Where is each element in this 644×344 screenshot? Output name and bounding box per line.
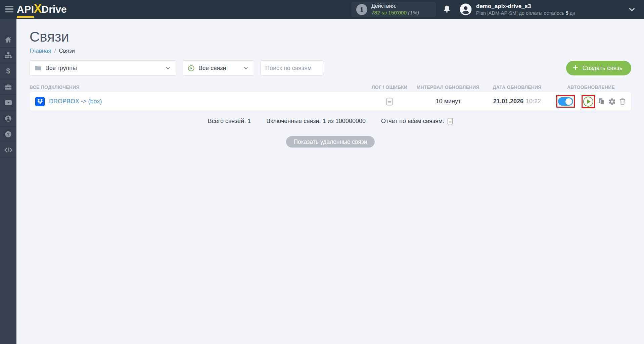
connection-link[interactable]: DROPBOX -> (box) bbox=[49, 98, 102, 105]
column-header-interval: ИНТЕРВАЛ ОБНОВЛЕНИЯ bbox=[413, 84, 484, 90]
connections-icon bbox=[4, 52, 12, 59]
table-row: DROPBOX -> (box) 10 минут 21.01.2026 10:… bbox=[30, 92, 631, 111]
user-name: demo_apix-drive_s3 bbox=[476, 3, 575, 10]
create-link-button[interactable]: + Создать связь bbox=[566, 61, 631, 75]
account-icon bbox=[4, 115, 12, 122]
folder-icon bbox=[35, 65, 42, 71]
run-now-button[interactable] bbox=[583, 97, 593, 107]
sidebar-item-help[interactable]: ? bbox=[0, 126, 16, 142]
breadcrumb-separator: / bbox=[54, 48, 56, 54]
chevron-down-icon bbox=[165, 65, 171, 71]
actions-usage: 782 из 150'000 (1%) bbox=[371, 9, 419, 16]
breadcrumb-current: Связи bbox=[59, 48, 75, 54]
summary-row: Всего связей: 1 Включенные связи: 1 из 1… bbox=[30, 118, 631, 125]
sidebar-item-services[interactable] bbox=[0, 79, 16, 95]
topbar: APIXDrive i Действия: 782 из 150'000 (1%… bbox=[0, 0, 644, 19]
links-status-dropdown[interactable]: Все связи bbox=[183, 60, 254, 76]
log-document-icon[interactable] bbox=[386, 98, 393, 106]
groups-dropdown-value: Все группы bbox=[45, 65, 161, 72]
delete-trash-icon[interactable] bbox=[619, 98, 626, 106]
chevron-down-icon bbox=[242, 65, 249, 71]
play-icon bbox=[587, 99, 591, 104]
table-header: ВСЕ ПОДКЛЮЧЕНИЯ ЛОГ / ОШИБКИ ИНТЕРВАЛ ОБ… bbox=[30, 84, 631, 90]
notifications-bell-icon[interactable] bbox=[443, 4, 451, 14]
update-interval: 10 минут bbox=[413, 98, 484, 105]
sidebar: $ ? bbox=[0, 19, 16, 344]
column-header-autoupdate: АВТООБНОВЛЕНИЕ bbox=[551, 84, 631, 90]
plus-icon: + bbox=[573, 63, 578, 72]
settings-gear-icon[interactable] bbox=[608, 98, 616, 106]
logo-part-api: API bbox=[17, 4, 34, 18]
summary-total: Всего связей: 1 bbox=[208, 118, 251, 125]
user-avatar[interactable] bbox=[459, 3, 472, 16]
column-header-date: ДАТА ОБНОВЛЕНИЯ bbox=[484, 84, 551, 90]
column-header-connections: ВСЕ ПОДКЛЮЧЕНИЯ bbox=[30, 84, 366, 90]
autoupdate-toggle[interactable] bbox=[558, 97, 573, 106]
breadcrumb: Главная / Связи bbox=[30, 48, 631, 54]
copy-icon[interactable] bbox=[598, 98, 605, 105]
help-icon: ? bbox=[4, 130, 12, 138]
dropbox-icon bbox=[35, 97, 45, 106]
user-plan: Plan |ADM-AP-SM| до оплаты осталось 5 дн bbox=[476, 10, 575, 16]
column-header-log: ЛОГ / ОШИБКИ bbox=[366, 84, 413, 90]
code-icon bbox=[4, 146, 13, 154]
links-dropdown-value: Все связи bbox=[198, 65, 239, 72]
breadcrumb-home-link[interactable]: Главная bbox=[30, 48, 51, 54]
briefcase-icon bbox=[4, 83, 12, 91]
sidebar-item-home[interactable] bbox=[0, 32, 16, 48]
user-menu-chevron-down-icon[interactable] bbox=[628, 6, 636, 14]
play-circle-icon bbox=[188, 65, 195, 72]
home-icon bbox=[4, 36, 12, 44]
annotation-box-toggle bbox=[556, 95, 575, 108]
user-info: demo_apix-drive_s3 Plan |ADM-AP-SM| до о… bbox=[476, 3, 575, 16]
info-icon[interactable]: i bbox=[356, 4, 367, 15]
show-deleted-links-button[interactable]: Показать удаленные связи bbox=[286, 136, 375, 148]
page-title: Связи bbox=[30, 29, 631, 45]
filters-row: Все группы Все связи + Создать связь bbox=[30, 60, 631, 76]
sidebar-item-connections[interactable] bbox=[0, 48, 16, 63]
annotation-box-play bbox=[582, 95, 595, 108]
sidebar-item-video[interactable] bbox=[0, 95, 16, 111]
actions-counter: i Действия: 782 из 150'000 (1%) bbox=[352, 2, 436, 17]
actions-label: Действия: bbox=[371, 3, 419, 9]
summary-enabled: Включенные связи: 1 из 100000000 bbox=[266, 118, 366, 125]
summary-report: Отчет по всем связям: bbox=[381, 118, 453, 125]
search-input[interactable] bbox=[260, 60, 324, 76]
svg-text:?: ? bbox=[7, 131, 10, 136]
sidebar-item-billing[interactable]: $ bbox=[0, 63, 16, 79]
apixdrive-logo[interactable]: APIXDrive bbox=[17, 3, 67, 18]
logo-part-drive: Drive bbox=[42, 4, 67, 15]
sidebar-item-account[interactable] bbox=[0, 111, 16, 126]
groups-dropdown[interactable]: Все группы bbox=[30, 60, 176, 76]
main-content: Связи Главная / Связи Все группы Все свя… bbox=[16, 19, 644, 344]
report-document-icon[interactable] bbox=[447, 118, 453, 125]
update-date: 21.01.2026 10:22 bbox=[484, 98, 551, 105]
hamburger-menu-icon[interactable] bbox=[5, 6, 13, 13]
logo-part-x: X bbox=[34, 3, 42, 15]
billing-icon: $ bbox=[4, 67, 12, 75]
video-icon bbox=[4, 99, 12, 107]
sidebar-item-api[interactable] bbox=[0, 142, 16, 158]
svg-text:$: $ bbox=[6, 67, 10, 75]
